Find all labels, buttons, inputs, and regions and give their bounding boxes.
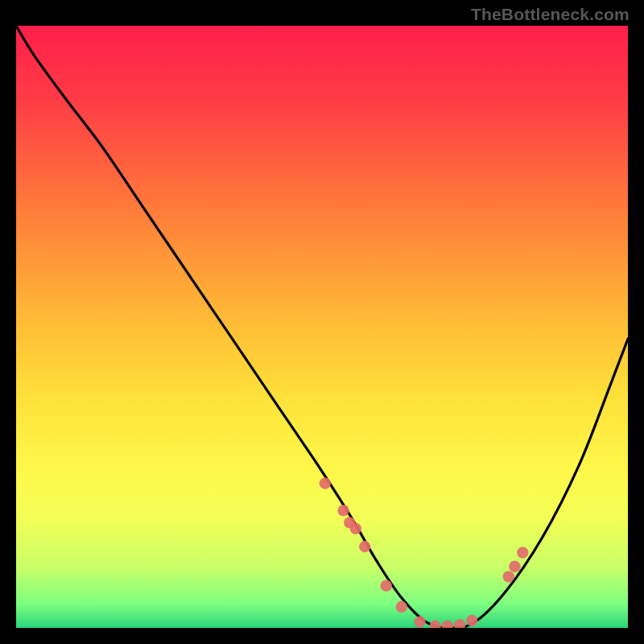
curve-marker — [396, 601, 407, 613]
gradient-background — [16, 26, 628, 628]
curve-marker — [337, 505, 349, 516]
curve-marker — [414, 616, 425, 627]
curve-marker — [517, 547, 528, 558]
bottleneck-curve-chart — [16, 26, 628, 628]
curve-marker — [320, 477, 331, 489]
curve-marker — [509, 561, 520, 572]
curve-marker — [381, 580, 392, 591]
watermark-text: TheBottleneck.com — [471, 5, 630, 24]
curve-marker — [466, 615, 477, 626]
curve-marker — [359, 541, 370, 552]
curve-marker — [350, 522, 361, 534]
chart-frame — [16, 26, 628, 628]
curve-marker — [503, 571, 514, 582]
